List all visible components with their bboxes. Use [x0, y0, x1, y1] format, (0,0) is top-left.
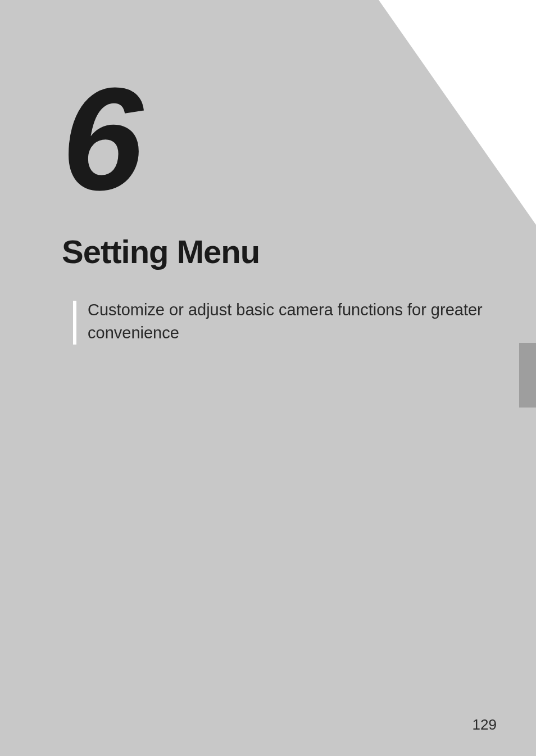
page-number: 129 [473, 716, 497, 734]
accent-bar [73, 301, 76, 345]
chapter-title: Setting Menu [62, 233, 491, 270]
chapter-description: Customize or adjust basic camera functio… [88, 298, 491, 344]
side-tab-marker [519, 343, 536, 408]
corner-decoration [379, 0, 536, 225]
description-block: Customize or adjust basic camera functio… [62, 298, 491, 345]
